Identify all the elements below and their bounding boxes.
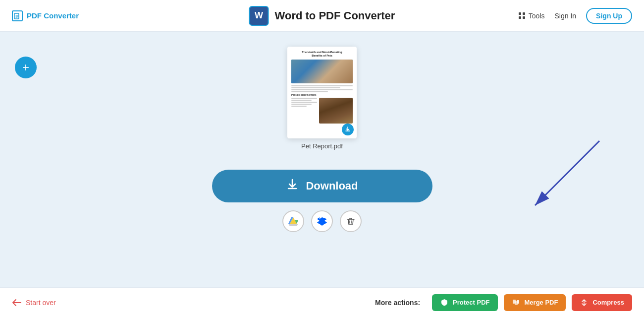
download-section: Download <box>212 170 432 232</box>
download-btn-icon <box>286 178 299 194</box>
page-title: Word to PDF Converter <box>275 9 395 22</box>
pdf-card-title: The Health and Mood-Boosting Benefits of… <box>291 51 353 58</box>
signin-button[interactable]: Sign In <box>555 12 577 20</box>
text-line <box>291 98 317 99</box>
cat-image <box>291 60 353 83</box>
text-line <box>291 106 307 107</box>
text-line <box>291 104 312 105</box>
compress-label: Compress <box>592 299 624 306</box>
logo: PDF Converter <box>12 10 79 21</box>
header-right: Tools Sign In Sign Up <box>519 8 632 24</box>
compress-icon <box>580 298 589 307</box>
svg-line-2 <box>535 141 599 205</box>
text-line <box>291 102 317 103</box>
delete-button[interactable] <box>340 210 362 232</box>
protect-icon <box>440 298 449 307</box>
header: PDF Converter W Word to PDF Converter To… <box>0 0 644 32</box>
pdf-text-block <box>291 85 353 92</box>
tools-icon <box>519 12 526 19</box>
footer: Start over More actions: Protect PDF Mer… <box>0 287 644 317</box>
dog-image <box>319 98 353 124</box>
pdf-preview-container: The Health and Mood-Boosting Benefits of… <box>287 47 357 150</box>
pdf-card: The Health and Mood-Boosting Benefits of… <box>287 47 357 138</box>
merge-pdf-label: Merge PDF <box>525 299 558 306</box>
pdf-text-block-2 <box>291 98 317 108</box>
logo-text: PDF Converter <box>27 11 79 20</box>
google-drive-button[interactable] <box>282 210 304 232</box>
start-over-label: Start over <box>26 299 56 307</box>
pdf-filename: Pet Report.pdf <box>301 142 343 150</box>
text-line <box>291 91 328 92</box>
text-line <box>291 85 353 86</box>
merge-pdf-button[interactable]: Merge PDF <box>504 294 566 311</box>
svg-rect-9 <box>517 300 519 304</box>
compress-button[interactable]: Compress <box>572 294 632 311</box>
text-line <box>291 89 353 90</box>
word-icon: W <box>249 6 269 26</box>
dropbox-button[interactable] <box>311 210 333 232</box>
protect-pdf-button[interactable]: Protect PDF <box>432 294 497 311</box>
header-center: W Word to PDF Converter <box>249 6 395 26</box>
merge-icon <box>512 298 521 307</box>
action-icons-row <box>282 210 362 232</box>
logo-icon <box>12 10 23 21</box>
arrow-decoration <box>495 131 604 222</box>
main-content: + The Health and Mood-Boosting Benefits … <box>0 32 644 287</box>
plus-icon: + <box>22 61 29 74</box>
footer-actions: Protect PDF Merge PDF Compress <box>432 294 632 311</box>
tools-button[interactable]: Tools <box>519 12 545 20</box>
text-line <box>291 100 312 101</box>
svg-marker-6 <box>288 224 298 226</box>
pdf-section-heading: Possible Heal th effects <box>291 94 353 96</box>
pdf-image-bottom <box>319 98 353 124</box>
download-button[interactable]: Download <box>212 170 432 202</box>
text-line <box>291 87 340 88</box>
start-over-button[interactable]: Start over <box>12 299 56 307</box>
download-btn-label: Download <box>306 180 358 192</box>
pdf-image-top <box>291 60 353 83</box>
add-file-button[interactable]: + <box>15 57 37 78</box>
signup-button[interactable]: Sign Up <box>586 8 632 24</box>
more-actions-label: More actions: <box>375 299 420 307</box>
pdf-download-icon[interactable] <box>342 124 354 135</box>
protect-pdf-label: Protect PDF <box>453 299 489 306</box>
